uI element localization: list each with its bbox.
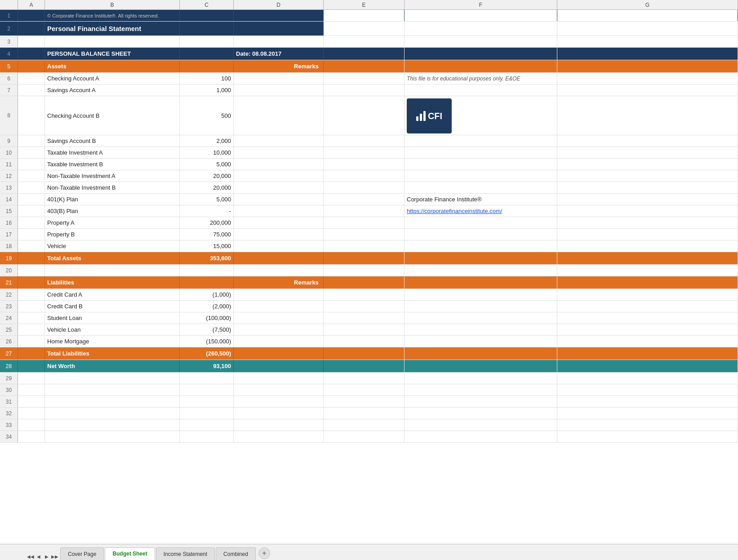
cell-17-c: 75,000 <box>180 229 234 240</box>
tab-cover-page[interactable]: Cover Page <box>60 547 104 560</box>
cell-33-f <box>405 419 557 431</box>
cell-34-e <box>324 431 405 442</box>
cell-23-e <box>324 301 405 312</box>
cell-7-g <box>557 84 738 96</box>
cell-22-g <box>557 289 738 300</box>
row-23: 23 Credit Card B (2,000) <box>0 301 738 312</box>
cell-18-c: 15,000 <box>180 240 234 252</box>
cell-8-a <box>18 96 45 135</box>
cell-16-d <box>234 217 324 228</box>
cell-25-b: Vehicle Loan <box>45 324 180 335</box>
cell-24-num: 24 <box>0 312 18 324</box>
cell-32-a <box>18 408 45 419</box>
cell-13-c: 20,000 <box>180 182 234 193</box>
tab-combined[interactable]: Combined <box>216 547 256 560</box>
row-3: 3 <box>0 36 738 48</box>
cell-32-d <box>234 408 324 419</box>
cell-19-c total-assets-value: 353,600 <box>180 252 234 264</box>
row-14: 14 401(K) Plan 5,000 Corporate Finance I… <box>0 194 738 205</box>
cell-25-a <box>18 324 45 335</box>
cell-14-a <box>18 194 45 205</box>
cell-4-a <box>18 48 45 60</box>
cell-28-b net-worth-label: Net Worth <box>45 360 180 372</box>
cell-32-b <box>45 408 180 419</box>
cell-21-d liabilities-remarks: Remarks <box>234 276 324 289</box>
tab-nav-prev[interactable]: ◀ <box>35 553 42 560</box>
cell-18-e <box>324 240 405 252</box>
cell-16-a <box>18 217 45 228</box>
cell-26-a <box>18 336 45 347</box>
cell-30-f <box>405 384 557 396</box>
cell-21-a <box>18 276 45 289</box>
cell-26-c: (150,000) <box>180 336 234 347</box>
cell-27-f <box>405 347 557 360</box>
cell-18-d <box>234 240 324 252</box>
cell-16-e <box>324 217 405 228</box>
cell-14-num: 14 <box>0 194 18 205</box>
cell-30-g <box>557 384 738 396</box>
cell-33-b <box>45 419 180 431</box>
row-2: 2 Personal Financial Statement <box>0 22 738 36</box>
row-18: 18 Vehicle 15,000 <box>0 240 738 252</box>
cell-16-b: Property A <box>45 217 180 228</box>
row-19-total-assets: 19 Total Assets 353,600 <box>0 252 738 265</box>
cell-30-b <box>45 384 180 396</box>
cell-25-c: (7,500) <box>180 324 234 335</box>
cell-27-d <box>234 347 324 360</box>
cell-2-c <box>180 22 234 36</box>
cell-29-num: 29 <box>0 373 18 384</box>
tab-nav-last[interactable]: ▶▶ <box>51 553 58 560</box>
cell-10-a <box>18 147 45 158</box>
cell-3-f <box>405 36 557 47</box>
cell-7-a <box>18 84 45 96</box>
tab-add-button[interactable]: + <box>258 547 270 559</box>
cell-8-c: 500 <box>180 96 234 135</box>
cell-9-b: Savings Account B <box>45 135 180 147</box>
cell-22-e <box>324 289 405 300</box>
company-link[interactable]: https://corporatefinanceinstitute.com/ <box>407 208 502 214</box>
tab-nav-first[interactable]: ◀◀ <box>27 553 34 560</box>
cell-15-f company-url[interactable]: https://corporatefinanceinstitute.com/ <box>405 205 557 217</box>
tab-budget-sheet[interactable]: Budget Sheet <box>105 547 155 560</box>
row-13: 13 Non-Taxable Investment B 20,000 <box>0 182 738 194</box>
cell-33-num: 33 <box>0 419 18 431</box>
cell-5-num: 5 <box>0 60 18 72</box>
cell-3-a <box>18 36 45 47</box>
cell-31-c <box>180 396 234 407</box>
cell-34-num: 34 <box>0 431 18 442</box>
cell-21-b liabilities-label: Liabilities <box>45 276 180 289</box>
cell-28-e <box>324 360 405 372</box>
cell-34-g <box>557 431 738 442</box>
cell-5-b assets-label: Assets <box>45 60 180 72</box>
cell-23-g <box>557 301 738 312</box>
cell-30-e <box>324 384 405 396</box>
cell-11-a <box>18 159 45 170</box>
cell-34-f <box>405 431 557 442</box>
cell-7-num: 7 <box>0 84 18 96</box>
cell-17-g <box>557 229 738 240</box>
cell-4-num: 4 <box>0 48 18 60</box>
cell-17-b: Property B <box>45 229 180 240</box>
cell-29-g <box>557 373 738 384</box>
row-28-net-worth: 28 Net Worth 93,100 <box>0 360 738 373</box>
tab-income-statement[interactable]: Income Statement <box>156 547 215 560</box>
cell-2-e <box>324 22 405 36</box>
tab-nav-next[interactable]: ▶ <box>43 553 50 560</box>
cell-30-c <box>180 384 234 396</box>
cell-25-f <box>405 324 557 335</box>
cell-26-f <box>405 336 557 347</box>
row-7: 7 Savings Account A 1,000 <box>0 84 738 96</box>
cell-13-g <box>557 182 738 193</box>
cell-19-a <box>18 252 45 264</box>
row-26: 26 Home Mortgage (150,000) <box>0 336 738 347</box>
cell-13-b: Non-Taxable Investment B <box>45 182 180 193</box>
cell-29-a <box>18 373 45 384</box>
cell-13-a <box>18 182 45 193</box>
cell-12-num: 12 <box>0 170 18 182</box>
row-12: 12 Non-Taxable Investment A 20,000 <box>0 170 738 182</box>
cell-8-b: Checking Account B <box>45 96 180 135</box>
cell-19-num: 19 <box>0 252 18 264</box>
cell-14-g <box>557 194 738 205</box>
cell-9-a <box>18 135 45 147</box>
cell-2-b: Personal Financial Statement <box>45 22 180 36</box>
